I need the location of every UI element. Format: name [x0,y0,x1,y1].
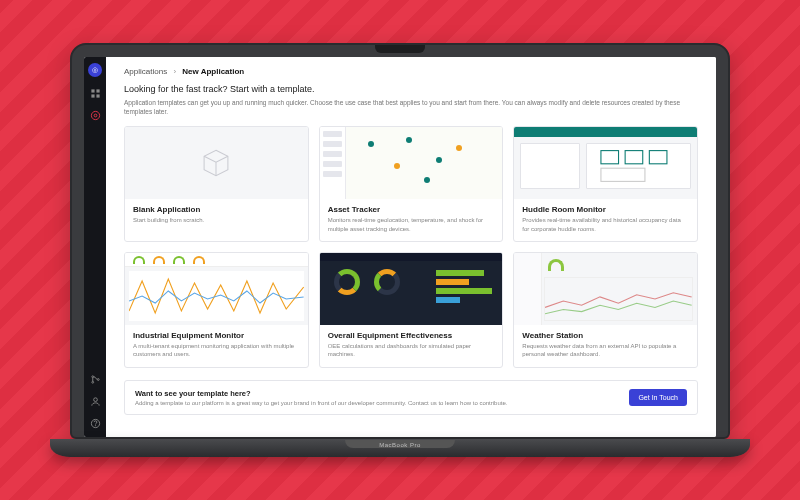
svg-point-4 [91,111,99,119]
thumb-huddle [514,127,697,199]
svg-point-9 [93,397,97,401]
help-icon[interactable] [89,417,101,429]
template-grid: Blank Application Start building from sc… [124,126,698,368]
footer-cta: Want to see your template here? Adding a… [124,380,698,415]
grid-icon[interactable] [89,87,101,99]
svg-rect-13 [625,151,643,164]
laptop-mock: ◎ [70,43,730,457]
svg-point-8 [97,378,99,380]
template-card-industrial[interactable]: Industrial Equipment Monitor A multi-ten… [124,252,309,368]
svg-rect-0 [91,89,94,92]
app-screen: ◎ [84,57,716,437]
thumb-industrial [125,253,308,325]
card-title: Industrial Equipment Monitor [133,331,300,340]
cube-icon [199,146,233,180]
footer-subtitle: Adding a template to our platform is a g… [135,400,507,406]
svg-rect-14 [650,151,668,164]
overview-icon[interactable] [89,109,101,121]
logo-icon[interactable]: ◎ [88,63,102,77]
main-panel: Applications › New Application Looking f… [106,57,716,437]
laptop-label: MacBook Pro [379,442,421,448]
card-desc: A multi-tenant equipment monitoring appl… [133,342,300,359]
card-desc: Requests weather data from an external A… [522,342,689,359]
thumb-oee [320,253,503,325]
template-card-blank[interactable]: Blank Application Start building from sc… [124,126,309,242]
thumb-asset-tracker [320,127,503,199]
card-title: Huddle Room Monitor [522,205,689,214]
card-title: Weather Station [522,331,689,340]
thumb-blank [125,127,308,199]
card-desc: Start building from scratch. [133,216,300,224]
card-desc: Monitors real-time geolocation, temperat… [328,216,495,233]
template-card-oee[interactable]: Overall Equipment Effectiveness OEE calc… [319,252,504,368]
page-background: ◎ [0,0,800,500]
svg-point-7 [91,381,93,383]
template-card-huddle[interactable]: Huddle Room Monitor Provides real-time a… [513,126,698,242]
card-title: Overall Equipment Effectiveness [328,331,495,340]
template-card-weather[interactable]: Weather Station Requests weather data fr… [513,252,698,368]
card-desc: OEE calculations and dashboards for simu… [328,342,495,359]
svg-rect-15 [601,168,645,181]
laptop-hinge: MacBook Pro [50,439,750,457]
svg-rect-1 [96,89,99,92]
card-title: Blank Application [133,205,300,214]
page-title: Looking for the fast track? Start with a… [124,84,698,94]
svg-point-6 [91,375,93,377]
template-card-asset-tracker[interactable]: Asset Tracker Monitors real-time geoloca… [319,126,504,242]
breadcrumb-current: New Application [182,67,244,76]
svg-point-5 [94,114,97,117]
footer-title: Want to see your template here? [135,389,507,398]
thumb-weather [514,253,697,325]
page-subtitle: Application templates can get you up and… [124,98,698,116]
laptop-notch [375,45,425,53]
card-desc: Provides real-time availability and hist… [522,216,689,233]
user-icon[interactable] [89,395,101,407]
get-in-touch-button[interactable]: Get In Touch [629,389,687,406]
svg-rect-2 [91,94,94,97]
svg-rect-12 [601,151,619,164]
breadcrumb: Applications › New Application [106,57,716,84]
branch-icon[interactable] [89,373,101,385]
card-title: Asset Tracker [328,205,495,214]
sidebar: ◎ [84,57,106,437]
breadcrumb-parent[interactable]: Applications [124,67,167,76]
svg-rect-3 [96,94,99,97]
chevron-right-icon: › [173,67,176,76]
